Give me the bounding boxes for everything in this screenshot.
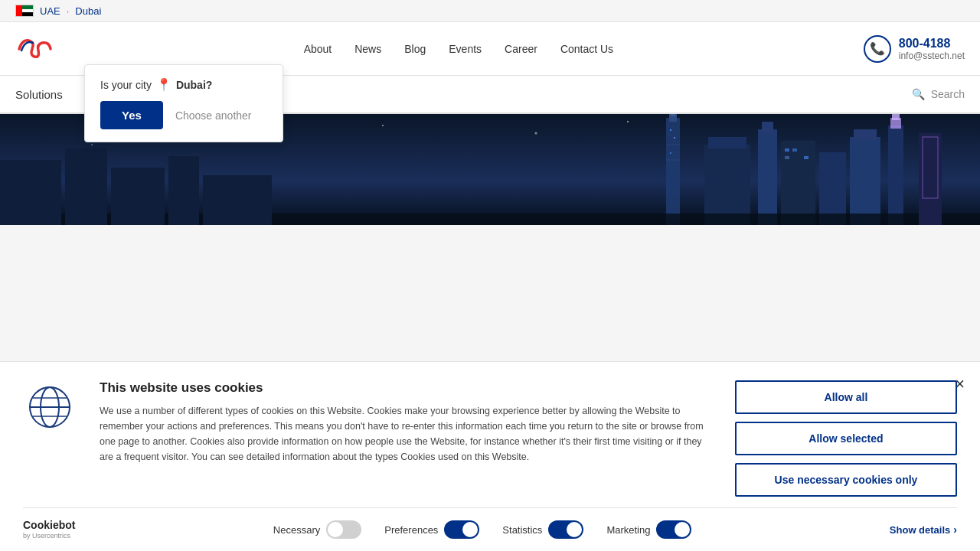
statistics-toggle-knob [567,522,582,537]
email-address[interactable]: info@sstech.net [899,51,965,61]
toggle-preferences: Preferences [384,520,479,539]
svg-rect-16 [762,122,773,133]
svg-rect-14 [708,137,746,148]
logo [15,34,54,64]
nav-contact[interactable]: Contact Us [560,43,613,55]
svg-rect-31 [0,160,61,225]
statistics-toggle[interactable] [548,520,583,539]
svg-rect-21 [804,156,808,159]
city-link[interactable]: Dubai [75,5,101,17]
svg-rect-27 [892,114,900,120]
svg-rect-35 [203,175,272,225]
svg-point-3 [382,125,384,126]
cookie-title: This website uses cookies [100,380,712,396]
statistics-label: Statistics [502,524,542,536]
subnav-solutions[interactable]: Solutions [15,88,63,101]
close-button[interactable]: × [955,374,965,394]
logo-area [15,34,54,64]
flag-icon [15,5,34,17]
svg-rect-9 [671,114,675,116]
necessary-toggle[interactable] [326,520,361,539]
necessary-only-button[interactable]: Use necessary cookies only [735,463,957,497]
svg-rect-32 [65,148,107,225]
search-area[interactable]: 🔍 Search [912,88,965,100]
nav-career[interactable]: Career [505,43,537,55]
svg-point-4 [91,144,93,145]
cookie-body: We use a number of different types of co… [100,403,712,465]
cookie-footer: Cookiebot by Usercentrics Necessary Pref… [23,507,957,551]
country-link[interactable]: UAE [40,5,60,17]
necessary-toggle-knob [328,522,343,537]
svg-rect-19 [792,148,797,152]
top-bar: UAE · Dubai [0,0,980,22]
svg-rect-34 [168,156,199,225]
svg-rect-12 [670,152,671,154]
cookie-main-content: This website uses cookies We use a numbe… [23,380,957,497]
phone-icon: 📞 [864,35,891,63]
choose-another-button[interactable]: Choose another [175,109,252,122]
svg-point-6 [627,121,629,122]
city-popup-buttons: Yes Choose another [100,101,267,129]
main-nav: About News Blog Events Career Contact Us [304,43,614,55]
allow-all-button[interactable]: Allow all [735,380,957,414]
svg-rect-23 [850,137,880,225]
search-icon: 🔍 [912,88,925,100]
svg-rect-13 [704,145,750,225]
svg-rect-15 [758,129,777,225]
preferences-label: Preferences [384,524,438,536]
toggle-necessary: Necessary [273,520,361,539]
show-details-label: Show details [890,524,950,536]
svg-rect-33 [111,168,165,225]
search-label: Search [931,88,965,100]
yes-button[interactable]: Yes [100,101,163,129]
phone-number[interactable]: 800-4188 [899,37,965,51]
svg-point-5 [535,132,537,135]
header: Is your city 📍 Dubai? Yes Choose another… [0,22,980,76]
svg-rect-24 [854,129,877,141]
svg-rect-7 [666,118,680,225]
svg-rect-20 [785,156,789,159]
nav-blog[interactable]: Blog [404,43,426,55]
allow-selected-button[interactable]: Allow selected [735,422,957,455]
cookie-text-area: This website uses cookies We use a numbe… [100,380,712,465]
city-question: Is your city 📍 Dubai? [100,77,267,92]
svg-rect-10 [670,129,671,131]
globe-icon [23,380,77,434]
cookiebot-brand: Cookiebot by Usercentrics [23,519,75,540]
nav-events[interactable]: Events [449,43,482,55]
chevron-right-icon: › [953,523,957,536]
marketing-toggle[interactable] [656,520,691,539]
show-details-link[interactable]: Show details › [890,523,957,536]
cookie-consent-modal: × This website uses cookies We use a num… [0,361,980,551]
brand-sub: by Usercentrics [23,532,75,540]
nav-about[interactable]: About [304,43,332,55]
svg-rect-25 [888,126,903,225]
cookie-action-buttons: Allow all Allow selected Use necessary c… [735,380,957,497]
preferences-toggle[interactable] [444,520,479,539]
marketing-label: Marketing [606,524,650,536]
city-popup: Is your city 📍 Dubai? Yes Choose another [84,64,283,142]
preferences-toggle-knob [462,522,478,537]
toggle-marketing: Marketing [606,520,691,539]
necessary-label: Necessary [273,524,320,536]
nav-news[interactable]: News [354,43,381,55]
svg-rect-17 [781,141,815,225]
marketing-toggle-knob [675,522,690,537]
toggle-statistics: Statistics [502,520,583,539]
svg-rect-11 [674,137,675,139]
contact-area: 📞 800-4188 info@sstech.net [864,35,965,63]
contact-info: 800-4188 info@sstech.net [899,37,965,61]
brand-name: Cookiebot [23,519,75,532]
svg-rect-18 [785,148,789,152]
